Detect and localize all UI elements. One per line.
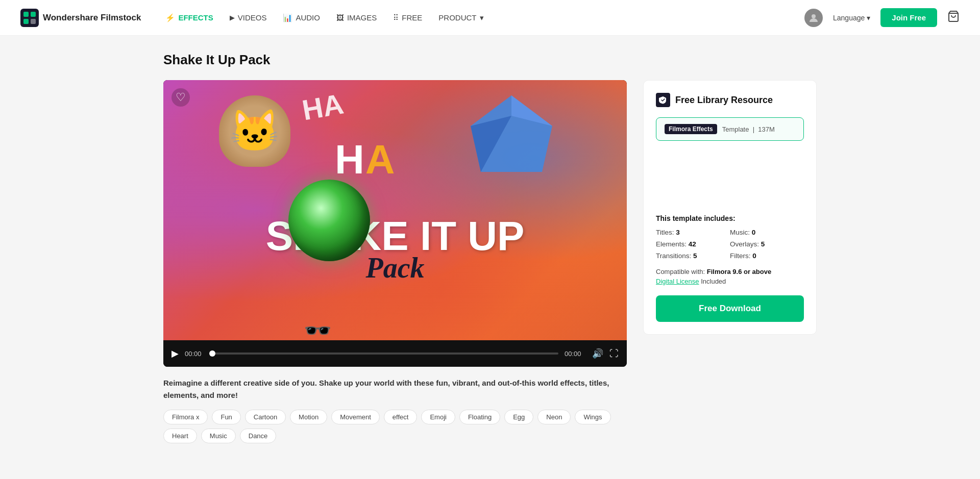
video-icon: ▶ [230,14,235,21]
tag-fun[interactable]: Fun [212,410,240,424]
svg-rect-0 [20,9,39,27]
disco-ball-graphic [288,180,370,261]
template-info-text: Template | 137M [722,125,775,133]
stat-music: Music: 0 [730,229,804,236]
logo-icon [20,9,39,27]
tag-motion[interactable]: Motion [290,410,327,424]
shield-svg [659,96,667,104]
tag-egg[interactable]: Egg [504,410,533,424]
filmora-badge: Filmora Effects [665,124,717,134]
tag-filmora-x[interactable]: Filmora x [163,410,208,424]
audio-icon: 📊 [283,13,292,22]
effects-icon: ⚡ [165,13,175,22]
svg-rect-1 [23,12,29,17]
nav-images[interactable]: 🖼 IMAGES [336,13,377,22]
user-icon [808,13,819,23]
tag-emoji[interactable]: Emoji [421,410,455,424]
page-title: Shake It Up Pack [163,52,817,68]
template-includes-title: This template includes: [656,214,804,222]
video-section: 🐱 HA HA SHAKE IT UP [163,80,627,443]
shield-icon [656,93,670,107]
tag-movement[interactable]: Movement [331,410,380,424]
filmora-tag-box: Filmora Effects Template | 137M [656,117,804,141]
header-right: Language ▾ Join Free [804,8,960,27]
fullscreen-icon: ⛶ [609,348,619,359]
page-body: Shake It Up Pack 🐱 HA [122,36,857,460]
free-library-banner: Free Library Resource [656,93,804,107]
stat-titles: Titles: 3 [656,229,730,236]
digital-license-link[interactable]: Digital License [656,278,699,285]
tag-dance[interactable]: Dance [240,428,277,443]
svg-rect-3 [23,19,29,24]
total-time: 00:00 [565,350,586,358]
language-chevron-icon: ▾ [867,14,870,22]
stat-overlays: Overlays: 5 [730,240,804,248]
video-text-overlay: SHAKE IT UP Pack [163,216,627,284]
ha-a-letter: A [365,137,396,182]
stat-filters: Filters: 0 [730,252,804,260]
svg-rect-2 [31,12,36,17]
free-download-button[interactable]: Free Download [656,295,804,322]
svg-rect-4 [31,19,36,24]
free-library-label: Free Library Resource [675,95,773,106]
current-time: 00:00 [185,350,206,358]
nav-product[interactable]: PRODUCT ▾ [438,13,483,22]
stats-grid: Titles: 3Music: 0Elements: 42Overlays: 5… [656,229,804,260]
heart-icon: ♡ [176,91,186,104]
tags-section: Filmora xFunCartoonMotionMovementeffectE… [163,410,627,443]
cat-graphic: 🐱 [219,95,290,167]
site-name: Wondershare Filmstock [43,13,141,23]
cart-button[interactable] [947,10,960,26]
site-logo[interactable]: Wondershare Filmstock [20,9,141,27]
cart-icon [947,10,960,22]
play-button[interactable]: ▶ [172,348,179,359]
shake-it-up-text: SHAKE IT UP [163,216,627,257]
fullscreen-button[interactable]: ⛶ [609,348,619,359]
spacer [656,153,804,214]
compatible-text: Compatible with: Filmora 9.6 or above [656,268,804,275]
description-text: Reimagine a different creative side of y… [163,377,627,401]
tag-floating[interactable]: Floating [459,410,500,424]
tag-wings[interactable]: Wings [575,410,610,424]
tag-effect[interactable]: effect [384,410,418,424]
chevron-down-icon: ▾ [480,13,484,22]
diamond-graphic [465,90,557,182]
svg-point-5 [812,14,816,18]
video-wrapper: 🐱 HA HA SHAKE IT UP [163,80,627,367]
sunglasses-emoji: 🕶️ [304,317,332,340]
volume-icon: 🔊 [592,348,603,359]
nav-audio[interactable]: 📊 AUDIO [283,13,320,22]
video-preview: 🐱 HA HA SHAKE IT UP [163,80,627,340]
tag-neon[interactable]: Neon [537,410,571,424]
join-free-button[interactable]: Join Free [880,8,937,27]
free-dots-icon: ⠿ [393,13,399,22]
progress-bar[interactable] [212,352,558,355]
stat-transitions: Transitions: 5 [656,252,730,260]
nav-effects[interactable]: ⚡ EFFECTS [165,13,213,22]
tag-cartoon[interactable]: Cartoon [245,410,286,424]
nav-free[interactable]: ⠿ FREE [393,13,422,22]
language-selector[interactable]: Language ▾ [833,14,870,22]
main-nav: ⚡ EFFECTS ▶ VIDEOS 📊 AUDIO 🖼 IMAGES ⠿ FR… [165,13,804,22]
tag-music[interactable]: Music [201,428,236,443]
nav-videos[interactable]: ▶ VIDEOS [230,13,267,22]
header: Wondershare Filmstock ⚡ EFFECTS ▶ VIDEOS… [0,0,980,36]
ha-text-top: HA [300,87,346,127]
video-controls: ▶ 00:00 00:00 🔊 ⛶ [163,340,627,367]
tag-heart[interactable]: Heart [163,428,197,443]
digital-license-row: Digital License Included [656,278,804,285]
content-area: 🐱 HA HA SHAKE IT UP [163,80,817,443]
ha-main-text: HA [335,136,396,183]
images-icon: 🖼 [336,13,344,22]
right-panel: Free Library Resource Filmora Effects Te… [643,80,817,335]
stat-elements: Elements: 42 [656,240,730,248]
heart-favorite-button[interactable]: ♡ [172,88,190,107]
play-icon: ▶ [172,348,179,359]
user-avatar[interactable] [804,9,823,27]
pack-text: Pack [163,251,627,284]
progress-thumb[interactable] [209,350,215,357]
volume-button[interactable]: 🔊 [592,348,603,359]
